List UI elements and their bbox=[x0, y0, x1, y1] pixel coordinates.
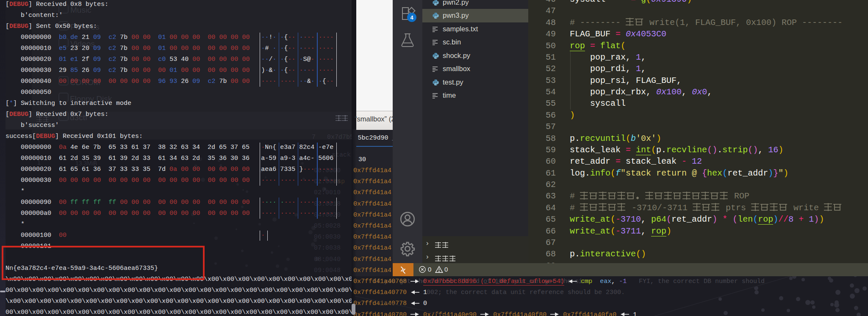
svg-text:4: 4 bbox=[410, 14, 413, 21]
